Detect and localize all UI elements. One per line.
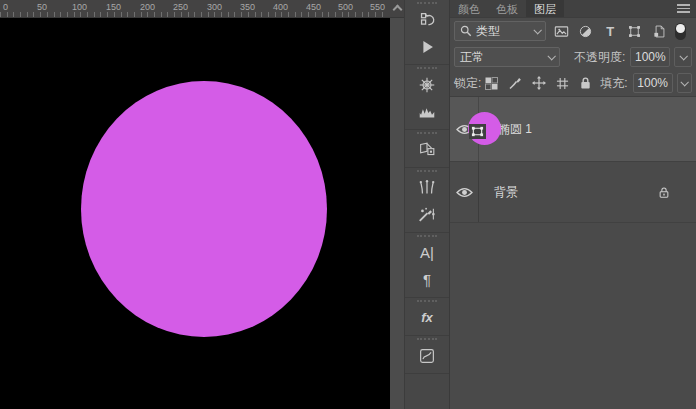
ruler-label: 300: [207, 2, 222, 12]
lock-position-icon[interactable]: [532, 76, 546, 90]
dock-group: [405, 65, 449, 130]
type-layer-filter-icon[interactable]: T: [601, 22, 619, 40]
blend-mode-value: 正常: [460, 49, 484, 66]
drag-grip[interactable]: [417, 2, 437, 5]
ruler-label: 50: [37, 2, 47, 12]
blend-mode-dropdown[interactable]: 正常: [454, 47, 560, 67]
ruler-label: 500: [338, 2, 353, 12]
drag-grip[interactable]: [417, 67, 437, 70]
adjustment-layer-filter-icon[interactable]: [577, 22, 595, 40]
chevron-down-icon: [533, 26, 541, 34]
drag-grip[interactable]: [417, 235, 437, 238]
layers-panel: 颜色 色板 图层 类型: [450, 0, 696, 409]
dock-group: [405, 336, 449, 374]
lock-all-icon[interactable]: [579, 76, 592, 90]
shape-layer-filter-icon[interactable]: [626, 22, 644, 40]
ruler-label: 0: [3, 2, 8, 12]
fill-value[interactable]: 100%: [633, 73, 673, 93]
ruler-label: 200: [140, 2, 155, 12]
chevron-up-icon[interactable]: [393, 5, 403, 15]
notes-panel-icon[interactable]: [409, 136, 445, 163]
panel-tab-bar: 颜色 色板 图层: [450, 0, 696, 18]
ruler-label: 350: [240, 2, 255, 12]
visibility-toggle[interactable]: [450, 162, 479, 222]
lock-image-pixels-icon[interactable]: [508, 76, 522, 90]
layer-filter-row: 类型 T: [450, 18, 696, 44]
eye-icon: [456, 186, 473, 199]
layer-thumbnail[interactable]: [482, 120, 486, 138]
layer-lock-icon[interactable]: [658, 186, 670, 199]
panel-menu-icon[interactable]: [677, 4, 690, 13]
panel-dock: A| ¶ fx: [404, 0, 450, 409]
chevron-down-icon: [547, 52, 555, 60]
dock-group: [405, 168, 449, 233]
filter-toggle-switch[interactable]: [675, 23, 686, 40]
layer-name[interactable]: 背景: [494, 184, 518, 201]
drag-grip[interactable]: [417, 132, 437, 135]
dock-group: fx: [405, 298, 449, 336]
styles-panel-icon[interactable]: fx: [409, 304, 445, 331]
ruler-label: 250: [173, 2, 188, 12]
opacity-dropdown-button[interactable]: [674, 47, 692, 67]
tab-swatches[interactable]: 色板: [488, 0, 526, 17]
layer-row-background[interactable]: 背景: [450, 162, 696, 223]
ruler-label: 100: [72, 2, 87, 12]
filter-kind-dropdown[interactable]: 类型: [454, 21, 546, 41]
layers-list-empty-area[interactable]: [450, 223, 696, 409]
horizontal-ruler[interactable]: 0 50 100 150 200 250 300 350 400 450 500…: [0, 0, 404, 18]
ruler-label: 550: [370, 2, 385, 12]
smart-object-filter-icon[interactable]: [650, 22, 668, 40]
layer-name[interactable]: 椭圆 1: [498, 121, 532, 138]
blend-mode-row: 正常 不透明度: 100%: [450, 44, 696, 70]
ruler-label: 150: [106, 2, 121, 12]
lock-label: 锁定:: [454, 75, 481, 92]
drag-grip[interactable]: [417, 338, 437, 341]
filter-kind-label: 类型: [476, 23, 500, 40]
opacity-label: 不透明度:: [574, 49, 625, 66]
drag-grip[interactable]: [417, 170, 437, 173]
document-canvas[interactable]: [0, 18, 390, 409]
clone-source-panel-icon[interactable]: [409, 342, 445, 369]
navigator-panel-icon[interactable]: [409, 71, 445, 98]
lock-transparent-pixels-icon[interactable]: [485, 77, 498, 90]
lock-row: 锁定:: [450, 70, 696, 97]
brushes-panel-icon[interactable]: [409, 174, 445, 201]
drag-grip[interactable]: [417, 300, 437, 303]
ruler-label: 400: [273, 2, 288, 12]
dock-group: [405, 130, 449, 168]
history-panel-icon[interactable]: [409, 6, 445, 33]
pixel-layer-filter-icon[interactable]: [552, 22, 570, 40]
fill-label: 填充:: [600, 75, 627, 92]
dock-group: [405, 0, 449, 65]
chevron-down-icon: [681, 78, 689, 86]
brush-settings-panel-icon[interactable]: [409, 201, 445, 228]
shape-layer-badge-icon: [469, 124, 486, 139]
ruler-label: 450: [306, 2, 321, 12]
histogram-panel-icon[interactable]: [409, 98, 445, 125]
ruler-ticks: [0, 12, 388, 17]
photoshop-workspace: 0 50 100 150 200 250 300 350 400 450 500…: [0, 0, 696, 409]
paragraph-panel-icon[interactable]: ¶: [409, 266, 445, 293]
tab-color[interactable]: 颜色: [450, 0, 488, 17]
tab-layers[interactable]: 图层: [526, 0, 564, 17]
chevron-down-icon: [680, 52, 688, 60]
search-icon: [460, 25, 472, 37]
lock-artboard-icon[interactable]: [556, 77, 569, 90]
character-panel-icon[interactable]: A|: [409, 239, 445, 266]
filter-icons: T: [546, 22, 692, 40]
fill-dropdown-button[interactable]: [677, 73, 692, 93]
shape-layer-thumbnail: [482, 118, 486, 139]
actions-panel-icon[interactable]: [409, 33, 445, 60]
layer-row-ellipse[interactable]: 椭圆 1: [450, 97, 696, 162]
dock-group: A| ¶: [405, 233, 449, 298]
ellipse-shape[interactable]: [81, 81, 327, 337]
lock-icons: [485, 76, 592, 90]
opacity-value[interactable]: 100%: [630, 47, 670, 67]
